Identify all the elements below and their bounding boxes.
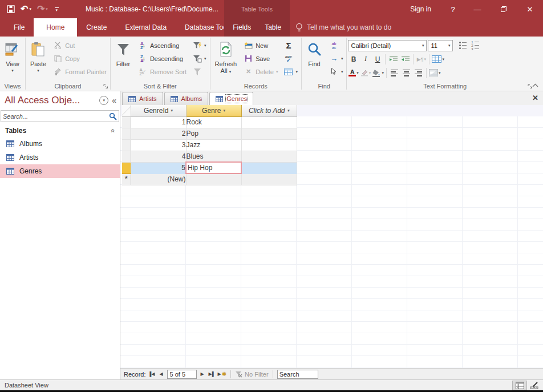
italic-button[interactable]: I	[360, 53, 371, 65]
clipboard-dialog-launcher[interactable]	[103, 84, 108, 89]
paste-button[interactable]: Paste ▾	[27, 39, 50, 80]
advanced-filter-button[interactable]: ▾	[190, 52, 209, 65]
filter-button[interactable]: Filter	[112, 39, 135, 80]
background-color-button[interactable]: ▾	[372, 67, 384, 79]
alternate-row-color-button[interactable]: ▾	[429, 67, 441, 79]
align-left-button[interactable]	[389, 67, 400, 79]
cell-empty[interactable]	[241, 128, 297, 139]
doc-tab-genres[interactable]: Genres	[209, 92, 253, 105]
align-right-button[interactable]	[413, 67, 424, 79]
more-records-button[interactable]: ▾	[281, 65, 300, 78]
tab-home[interactable]: Home	[34, 18, 77, 37]
nav-pane-menu-button[interactable]: ▾	[99, 96, 108, 105]
font-color-button[interactable]: A ▾	[348, 67, 359, 79]
totals-button[interactable]: Σ	[281, 39, 300, 52]
next-record-button[interactable]: ▶	[198, 370, 206, 379]
filter-status-button[interactable]: No Filter	[235, 371, 269, 378]
new-row-selector[interactable]: *	[122, 173, 131, 185]
spelling-button[interactable]: ABC✓	[281, 52, 300, 65]
font-size-combo[interactable]: 11 ▾	[428, 40, 453, 51]
highlight-color-button[interactable]: ▾	[360, 67, 371, 79]
save-icon[interactable]	[7, 5, 15, 13]
remove-sort-button[interactable]: AZ↙ Remove Sort	[136, 65, 189, 78]
format-painter-button[interactable]: Format Painter	[51, 65, 109, 78]
copy-button[interactable]: Copy	[51, 52, 109, 65]
numbering-button[interactable]: 123	[469, 39, 480, 51]
collapse-section-icon[interactable]: «	[110, 129, 117, 133]
sidebar-item-genres[interactable]: Genres	[0, 164, 120, 178]
doc-tab-albums[interactable]: Albums	[164, 92, 209, 105]
view-button[interactable]: View ▾	[1, 39, 24, 80]
datasheet-view-button[interactable]	[512, 381, 527, 390]
cell-genre[interactable]: Pop	[186, 128, 241, 139]
minimize-button[interactable]: —	[464, 0, 491, 18]
nav-search-input[interactable]	[3, 113, 109, 120]
active-cell-genre[interactable]: Hip Hop	[186, 162, 241, 173]
tab-file[interactable]: File	[5, 18, 34, 37]
previous-record-button[interactable]: ◀	[157, 370, 165, 379]
close-button[interactable]: ✕	[517, 0, 543, 18]
text-direction-button[interactable]: ▶¶ ▾	[416, 53, 427, 65]
sidebar-item-artists[interactable]: Artists	[0, 151, 120, 164]
nav-pane-collapse-button[interactable]: «	[112, 96, 116, 105]
last-record-button[interactable]: ▶▌	[208, 370, 216, 379]
column-dropdown-icon[interactable]: ▾	[287, 108, 290, 113]
decrease-indent-button[interactable]	[400, 53, 411, 65]
nav-search-icon[interactable]	[109, 112, 117, 120]
delete-record-button[interactable]: ✕ Delete ▾	[241, 65, 280, 78]
doc-tab-artists[interactable]: Artists	[122, 92, 163, 105]
column-header-click-to-add[interactable]: Click to Add▾	[241, 105, 297, 116]
row-selector[interactable]	[122, 151, 131, 162]
close-document-icon[interactable]: ✕	[532, 94, 538, 102]
collapse-ribbon-button[interactable]	[532, 83, 538, 87]
tab-table[interactable]: Table	[258, 18, 288, 37]
cell-genre[interactable]: Rock	[186, 116, 241, 128]
replace-button[interactable]: abac	[327, 39, 346, 52]
cut-button[interactable]: Cut	[51, 39, 109, 52]
new-blank-record-button[interactable]: ▶✱	[218, 370, 227, 379]
cell-genreid[interactable]: 1	[131, 116, 186, 128]
record-position-box[interactable]: 5 of 5	[167, 370, 197, 379]
bold-button[interactable]: B	[348, 53, 359, 65]
tab-create[interactable]: Create	[77, 18, 116, 37]
cell-genre[interactable]: Blues	[186, 151, 241, 162]
row-selector[interactable]	[122, 116, 131, 128]
cell-empty[interactable]	[241, 162, 297, 173]
bullets-button[interactable]	[457, 39, 468, 51]
customize-qat-button[interactable]: ▾	[54, 7, 59, 11]
row-selector[interactable]	[122, 139, 131, 151]
column-header-genreid[interactable]: GenreId▾	[131, 105, 186, 116]
sign-in-button[interactable]: Sign in	[400, 0, 441, 18]
undo-button[interactable]: ↶▾	[21, 5, 31, 14]
cell-genre[interactable]: Jazz	[186, 139, 241, 151]
cell-genreid[interactable]: 5	[131, 162, 186, 173]
cell-empty[interactable]	[241, 139, 297, 151]
redo-button[interactable]: ↷▾	[37, 5, 48, 14]
column-dropdown-icon[interactable]: ▾	[223, 108, 225, 113]
cell-empty[interactable]	[186, 173, 241, 185]
current-record-selector[interactable]	[122, 162, 131, 173]
goto-button[interactable]: →▾	[327, 52, 346, 65]
select-all-corner[interactable]	[122, 105, 131, 116]
select-button[interactable]: ▾	[327, 65, 346, 78]
record-search-input[interactable]	[278, 370, 318, 378]
font-name-combo[interactable]: Calibri (Detail) ▾	[348, 40, 427, 51]
save-record-button[interactable]: Save	[241, 52, 280, 65]
cell-genreid[interactable]: 3	[131, 139, 186, 151]
column-dropdown-icon[interactable]: ▾	[171, 108, 173, 113]
cell-empty[interactable]	[241, 116, 297, 128]
gridlines-button[interactable]: ▾	[432, 53, 444, 65]
tell-me-box[interactable]: Tell me what you want to do	[295, 18, 391, 37]
descending-button[interactable]: ZA↓ Descending	[136, 52, 189, 65]
toggle-filter-button[interactable]	[190, 65, 209, 78]
ascending-button[interactable]: AZ↓ Ascending	[136, 39, 189, 52]
selection-button[interactable]: ▾	[190, 39, 209, 52]
first-record-button[interactable]: ▐◀	[148, 370, 156, 379]
design-view-button[interactable]	[527, 381, 542, 390]
row-selector[interactable]	[122, 128, 131, 139]
tab-external-data[interactable]: External Data	[116, 18, 176, 37]
help-button[interactable]: ?	[441, 0, 464, 18]
tab-fields[interactable]: Fields	[226, 18, 258, 37]
tables-section-header[interactable]: Tables «	[0, 124, 120, 137]
cell-new[interactable]: (New)	[131, 173, 186, 185]
